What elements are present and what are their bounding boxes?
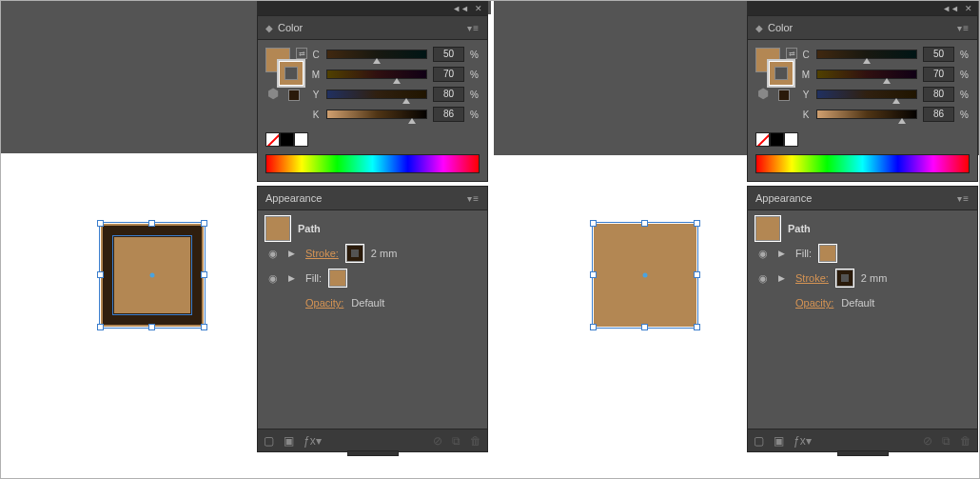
magenta-slider[interactable] [816, 70, 917, 79]
stroke-swatch[interactable] [769, 61, 794, 86]
black-chip[interactable] [770, 132, 784, 147]
appearance-footer: ▢ ▣ ƒx▾ ⊘ ⧉ 🗑 [258, 429, 487, 451]
close-icon[interactable]: ✕ [965, 4, 972, 13]
stroke-swatch-mini[interactable] [836, 269, 853, 287]
panel-menu-icon[interactable]: ▾≡ [957, 23, 970, 33]
cyan-slider[interactable] [326, 50, 427, 59]
fx-menu-icon[interactable]: ƒx▾ [794, 434, 812, 448]
fill-row[interactable]: ◉ ▶ Fill: [754, 241, 971, 266]
white-chip[interactable] [294, 132, 308, 147]
layers-icon[interactable]: ▣ [284, 434, 294, 448]
fill-label[interactable]: Fill: [795, 248, 812, 259]
color-panel: ◆Color▾≡ ⇄ ⬢ C50% M70% Y80% K86% [747, 15, 978, 182]
stroke-label[interactable]: Stroke: [305, 248, 339, 259]
swap-icon[interactable]: ⇄ [296, 48, 307, 59]
magenta-slider[interactable] [326, 70, 427, 79]
fill-stroke-picker[interactable]: ⇄ ⬢ [755, 48, 794, 101]
panel-title: Appearance [265, 192, 322, 204]
yellow-slider[interactable] [326, 90, 427, 99]
selected-rectangle[interactable] [101, 224, 204, 327]
visibility-icon[interactable]: ◉ [265, 272, 281, 285]
visibility-icon[interactable]: ◉ [755, 272, 771, 285]
panel-title: Color [278, 22, 303, 33]
spectrum-picker[interactable] [755, 154, 970, 173]
resize-grip[interactable] [837, 450, 889, 456]
stroke-swatch[interactable] [279, 61, 304, 86]
stroke-row[interactable]: ◉ ▶ Stroke: 2 mm [754, 266, 971, 290]
black-slider[interactable] [816, 110, 917, 119]
slider-label: M [311, 70, 321, 80]
visibility-icon[interactable]: ◉ [265, 248, 281, 260]
path-thumbnail [755, 216, 780, 241]
stroke-row[interactable]: ◉ ▶ Stroke: 2 mm [264, 241, 481, 266]
yellow-value[interactable]: 80 [433, 87, 464, 102]
stroke-value[interactable]: 2 mm [861, 272, 888, 284]
stroke-label[interactable]: Stroke: [795, 272, 829, 284]
opacity-row[interactable]: ◉▶ Opacity: Default [264, 290, 481, 315]
expand-icon[interactable]: ▶ [288, 273, 298, 283]
expand-icon[interactable]: ▶ [288, 249, 298, 258]
3d-icon[interactable]: ⬢ [757, 86, 769, 101]
visibility-icon[interactable]: ◉ [755, 248, 771, 260]
stroke-value[interactable]: 2 mm [371, 248, 398, 259]
swap-icon[interactable]: ⇄ [786, 48, 797, 59]
panel-title: Color [768, 22, 793, 33]
fill-label[interactable]: Fill: [305, 272, 322, 284]
fill-swatch-mini[interactable] [329, 269, 346, 287]
panel-menu-icon[interactable]: ▾≡ [957, 193, 970, 204]
opacity-value[interactable]: Default [841, 297, 874, 309]
opacity-row[interactable]: ◉▶ Opacity: Default [754, 290, 971, 315]
fill-row[interactable]: ◉ ▶ Fill: [264, 266, 481, 290]
expand-icon[interactable]: ▶ [778, 249, 788, 258]
black-slider[interactable] [326, 110, 427, 119]
cyan-slider[interactable] [816, 50, 917, 59]
yellow-slider[interactable] [816, 90, 917, 99]
resize-grip[interactable] [347, 450, 399, 456]
panel-dock-controls[interactable]: ◄◄✕ [747, 1, 978, 15]
selected-rectangle[interactable] [594, 224, 696, 327]
black-chip[interactable] [280, 132, 294, 147]
panel-menu-icon[interactable]: ▾≡ [467, 23, 480, 33]
new-art-icon[interactable]: ▢ [754, 434, 764, 448]
white-chip[interactable] [784, 132, 798, 147]
path-row[interactable]: Path [754, 216, 971, 241]
color-mode-icon[interactable] [778, 90, 790, 101]
duplicate-icon: ⧉ [942, 434, 951, 448]
artboard[interactable] [3, 153, 257, 479]
opacity-value[interactable]: Default [351, 297, 384, 309]
collapse-icon[interactable]: ◄◄ [942, 4, 959, 13]
expand-icon[interactable]: ▶ [778, 273, 788, 283]
opacity-label[interactable]: Opacity: [795, 297, 833, 309]
quick-palette[interactable] [258, 129, 487, 150]
path-label: Path [298, 223, 321, 234]
quick-palette[interactable] [748, 129, 977, 150]
fill-stroke-picker[interactable]: ⇄ ⬢ [265, 48, 304, 101]
stroke-swatch-mini[interactable] [346, 245, 363, 262]
palette-icon: ◆ [265, 23, 273, 33]
spectrum-picker[interactable] [265, 154, 480, 173]
fill-swatch-mini[interactable] [819, 245, 836, 262]
none-color[interactable] [755, 132, 770, 147]
appearance-panel: Appearance▾≡ Path ◉ ▶ Stroke: 2 mm ◉ ▶ F… [257, 186, 488, 452]
palette-icon: ◆ [755, 23, 763, 33]
artboard[interactable] [496, 155, 750, 479]
new-art-icon[interactable]: ▢ [264, 434, 274, 448]
close-icon[interactable]: ✕ [475, 4, 482, 13]
black-value[interactable]: 86 [433, 107, 464, 122]
slider-label: K [311, 110, 321, 120]
3d-icon[interactable]: ⬢ [267, 86, 279, 101]
opacity-label[interactable]: Opacity: [305, 297, 343, 309]
color-mode-icon[interactable] [288, 90, 300, 101]
appearance-panel: Appearance▾≡ Path ◉ ▶ Fill: ◉ ▶ Stroke: [747, 186, 978, 452]
path-row[interactable]: Path [264, 216, 481, 241]
panel-dock-controls[interactable]: ◄◄✕ [257, 1, 488, 15]
cyan-value[interactable]: 50 [433, 47, 464, 62]
layers-icon[interactable]: ▣ [774, 434, 784, 448]
fx-menu-icon[interactable]: ƒx▾ [304, 434, 322, 448]
panel-menu-icon[interactable]: ▾≡ [467, 193, 480, 204]
none-color[interactable] [265, 132, 280, 147]
panel-title: Appearance [755, 192, 812, 204]
clear-icon: ⊘ [923, 434, 932, 448]
collapse-icon[interactable]: ◄◄ [452, 4, 469, 13]
magenta-value[interactable]: 70 [433, 67, 464, 82]
